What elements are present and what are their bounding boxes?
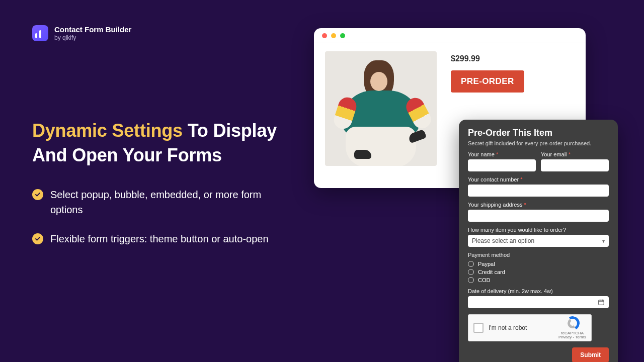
brand-header: Contact Form Builder by qikify [32,25,131,41]
bullet-text: Select popup, bubble, embedded, or more … [50,187,294,217]
headline-accent: Dynamic Settings [32,120,183,141]
payment-option-paypal[interactable]: Paypal [468,261,609,267]
contact-label: Your contact number * [468,176,609,183]
radio-icon [468,269,474,275]
address-input[interactable] [468,210,609,222]
recaptcha-label: I'm not a robot [489,324,527,331]
bullet-item: Flexible form triggers: theme button or … [32,231,294,246]
date-input[interactable] [468,296,609,308]
submit-button[interactable]: Submit [572,347,609,362]
window-maximize-icon[interactable] [340,33,345,38]
date-label: Date of delivery (min. 2w max. 4w) [468,288,609,294]
radio-icon [468,277,474,283]
product-price: $299.99 [451,54,524,63]
payment-option-credit[interactable]: Credit card [468,269,609,275]
brand-icon [32,25,48,41]
browser-titlebar [314,28,586,43]
bullet-text: Flexible form triggers: theme button or … [50,231,269,246]
calendar-icon [598,299,605,306]
payment-label: Payment method [468,252,609,258]
check-icon [32,233,43,244]
radio-icon [468,261,474,267]
brand-title: Contact Form Builder [54,25,131,34]
form-subtitle: Secret gift included for every pre-order… [468,140,609,146]
preorder-button[interactable]: PRE-ORDER [451,70,524,93]
address-label: Your shipping address * [468,202,609,208]
qty-select[interactable]: Please select an option ▾ [468,235,609,247]
chevron-down-icon: ▾ [602,238,605,244]
payment-option-cod[interactable]: COD [468,277,609,283]
product-image [325,51,437,166]
recaptcha[interactable]: I'm not a robot reCAPTCHA Privacy - Term… [468,314,592,341]
name-label: Your name * [468,151,536,157]
window-minimize-icon[interactable] [331,33,336,38]
svg-rect-0 [599,300,604,305]
window-close-icon[interactable] [322,33,327,38]
email-label: Your email * [541,151,609,157]
check-icon [32,189,43,200]
email-input[interactable] [541,159,609,171]
recaptcha-icon [566,316,580,330]
qty-label: How many item you would like to order? [468,227,609,233]
preorder-form: Pre-Order This Item Secret gift included… [459,120,618,362]
recaptcha-checkbox[interactable] [473,323,484,333]
contact-input[interactable] [468,185,609,197]
form-title: Pre-Order This Item [468,128,609,138]
bullet-item: Select popup, bubble, embedded, or more … [32,187,294,217]
feature-bullets: Select popup, bubble, embedded, or more … [32,187,294,246]
recaptcha-badge: reCAPTCHA Privacy - Terms [558,316,586,339]
name-input[interactable] [468,159,536,171]
page-headline: Dynamic Settings To Display And Open You… [32,119,294,167]
brand-byline: by qikify [54,34,131,41]
qty-select-value: Please select an option [472,237,534,244]
